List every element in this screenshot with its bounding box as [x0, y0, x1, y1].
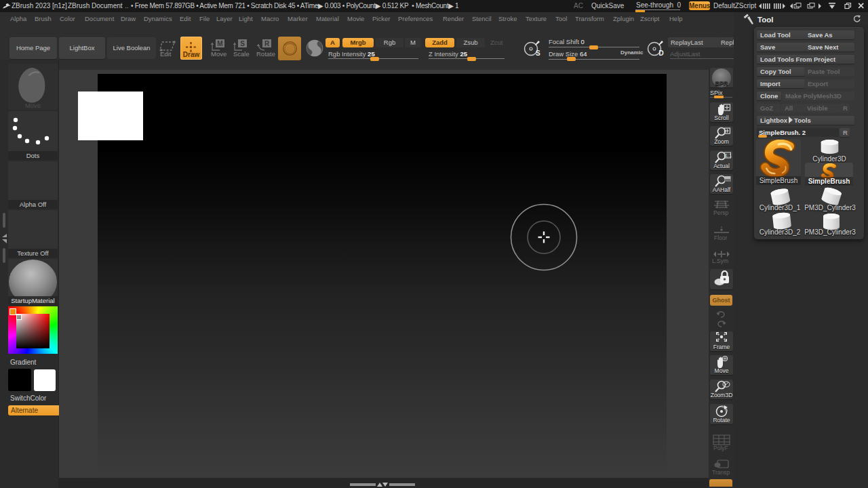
svg-text:S: S: [240, 40, 245, 47]
svg-text:1:1: 1:1: [726, 153, 732, 158]
svg-text:D: D: [659, 49, 664, 57]
svg-text:M: M: [217, 40, 222, 47]
svg-text:S: S: [536, 49, 540, 57]
svg-text:R: R: [264, 40, 270, 47]
